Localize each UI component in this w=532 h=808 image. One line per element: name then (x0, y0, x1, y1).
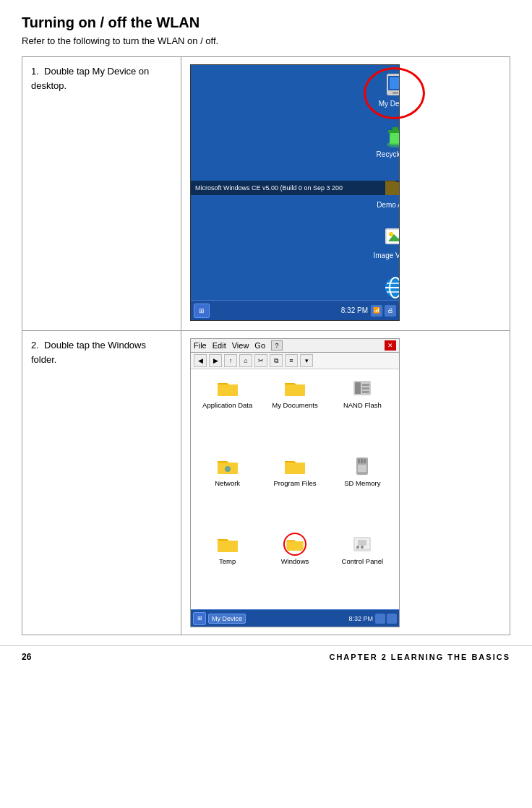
file-item-mydocs[interactable]: My Documents (262, 375, 327, 447)
file-item-programfiles[interactable]: Program Files (262, 453, 327, 525)
toolbar-up[interactable]: ↑ (224, 354, 237, 367)
page: Turning on / off the WLAN Refer to the f… (0, 0, 532, 642)
menu-view[interactable]: View (232, 341, 249, 350)
recycle-icon[interactable]: Recycle Bin (370, 123, 400, 159)
explorer-window: File Edit View Go ? ✕ ◀ ▶ ↑ (190, 338, 400, 627)
svg-point-40 (225, 466, 231, 472)
menu-file[interactable]: File (194, 341, 207, 350)
file-label-mydocs: My Documents (272, 401, 317, 409)
svg-rect-45 (361, 459, 363, 463)
file-item-nand[interactable]: NAND Flash (330, 375, 395, 447)
step-1-text: Double tap My Device on desktop. (31, 66, 149, 91)
mydevice-label: My Device (370, 100, 400, 108)
taskbar-time: 8:32 PM (341, 306, 368, 314)
mydevice-icon[interactable]: My Device (370, 72, 400, 108)
step-2-instruction: 2. Double tap the Windows folder. (22, 331, 181, 635)
toolbar-home[interactable]: ⌂ (239, 354, 252, 367)
file-item-appdata[interactable]: Application Data (195, 375, 259, 447)
imageviewer-label: Image Viewer (370, 252, 400, 260)
explorer-start-btn[interactable]: ⊞ (193, 612, 206, 625)
recycle-label: Recycle Bin (370, 150, 400, 159)
toolbar-back[interactable]: ◀ (194, 354, 207, 367)
file-label-controlpanel: Control Panel (342, 557, 384, 565)
step-1-screenshot: My Device My Documents (181, 57, 510, 331)
file-label-programfiles: Program Files (273, 479, 316, 487)
file-label-temp: Temp (219, 557, 236, 565)
step-2-row: 2. Double tap the Windows folder. File E… (22, 331, 510, 635)
svg-rect-9 (392, 127, 398, 131)
help-button[interactable]: ? (271, 340, 283, 351)
step-2-number: 2. (31, 340, 39, 351)
desktop-screenshot: My Device My Documents (190, 64, 400, 321)
footer-page-number: 26 (22, 652, 31, 662)
step-2-screenshot: File Edit View Go ? ✕ ◀ ▶ ↑ (181, 331, 510, 635)
explorer-taskbar-icon-1 (375, 614, 385, 624)
explorer-taskbar: ⊞ My Device 8:32 PM (191, 609, 399, 627)
steps-table: 1. Double tap My Device on desktop. (22, 56, 510, 635)
toolbar-view[interactable]: ≡ (285, 354, 298, 367)
ce-text: Microsoft Windows CE v5.00 (Build 0 on S… (195, 184, 343, 192)
file-item-controlpanel[interactable]: Control Panel (330, 531, 395, 603)
explorer-wrapper: File Edit View Go ? ✕ ◀ ▶ ↑ (190, 338, 400, 627)
svg-rect-2 (392, 92, 398, 94)
svg-rect-46 (364, 459, 366, 463)
explorer-taskbar-icon-2 (387, 614, 397, 624)
explorer-time: 8:32 PM (348, 615, 373, 622)
svg-marker-49 (218, 541, 238, 552)
svg-rect-36 (362, 387, 369, 390)
svg-point-55 (361, 546, 364, 549)
svg-rect-35 (362, 384, 369, 386)
file-item-network[interactable]: Network (195, 453, 259, 525)
taskbar-icon-2: 🖨 (385, 305, 396, 317)
svg-rect-44 (358, 459, 360, 463)
imageviewer-icon[interactable]: Image Viewer (370, 224, 400, 260)
file-label-network: Network (215, 479, 240, 487)
toolbar-cut[interactable]: ✂ (254, 354, 267, 367)
ce-bar: Microsoft Windows CE v5.00 (Build 0 on S… (191, 181, 399, 195)
desktop-taskbar: ⊞ 8:32 PM 📶 🖨 (191, 300, 399, 320)
file-item-sdmemory[interactable]: SD Memory (330, 453, 395, 525)
close-button[interactable]: ✕ (385, 340, 396, 351)
file-label-windows: Windows (281, 557, 309, 565)
svg-rect-34 (355, 382, 361, 394)
step-1-number: 1. (31, 66, 39, 77)
file-label-nand: NAND Flash (343, 401, 382, 409)
step-1-row: 1. Double tap My Device on desktop. (22, 57, 510, 331)
explorer-menubar: File Edit View Go ? ✕ (191, 339, 399, 353)
svg-marker-30 (218, 384, 238, 396)
file-label-appdata: Application Data (202, 401, 252, 409)
page-subtitle: Refer to the following to turn the WLAN … (22, 35, 510, 46)
menu-go[interactable]: Go (254, 341, 265, 350)
demoapps-label: Demo Apps (370, 201, 400, 210)
explorer-taskbar-icons (375, 614, 397, 624)
svg-marker-51 (287, 541, 304, 551)
step-2-text: Double tap the Windows folder. (31, 340, 146, 365)
page-footer: 26 CHAPTER 2 LEARNING THE BASICS (0, 645, 532, 668)
start-button[interactable]: ⊞ (194, 304, 210, 318)
explorer-toolbar: ◀ ▶ ↑ ⌂ ✂ ⧉ ≡ ▾ (191, 353, 399, 369)
footer-chapter: CHAPTER 2 LEARNING THE BASICS (329, 653, 510, 661)
menu-edit[interactable]: Edit (213, 341, 226, 350)
svg-point-54 (356, 546, 359, 549)
explorer-content: Application Data My Documents (191, 369, 399, 609)
svg-rect-37 (362, 391, 369, 393)
toolbar-copy[interactable]: ⧉ (270, 354, 283, 367)
svg-rect-3 (390, 77, 400, 89)
svg-marker-42 (285, 463, 305, 474)
taskbar-icon-1: 📶 (371, 305, 382, 317)
svg-marker-32 (285, 384, 305, 396)
svg-rect-47 (358, 465, 366, 472)
file-label-sdmemory: SD Memory (344, 479, 380, 487)
svg-point-14 (389, 232, 393, 236)
toolbar-extra[interactable]: ▾ (300, 354, 313, 367)
svg-rect-56 (358, 540, 366, 546)
file-item-temp[interactable]: Temp (195, 531, 259, 603)
file-item-windows[interactable]: Windows (262, 531, 327, 603)
taskbar-icons: 📶 🖨 (371, 305, 396, 317)
step-1-instruction: 1. Double tap My Device on desktop. (22, 57, 181, 331)
toolbar-forward[interactable]: ▶ (209, 354, 222, 367)
page-title: Turning on / off the WLAN (22, 14, 510, 31)
explorer-taskbar-mydevice[interactable]: My Device (208, 614, 246, 624)
